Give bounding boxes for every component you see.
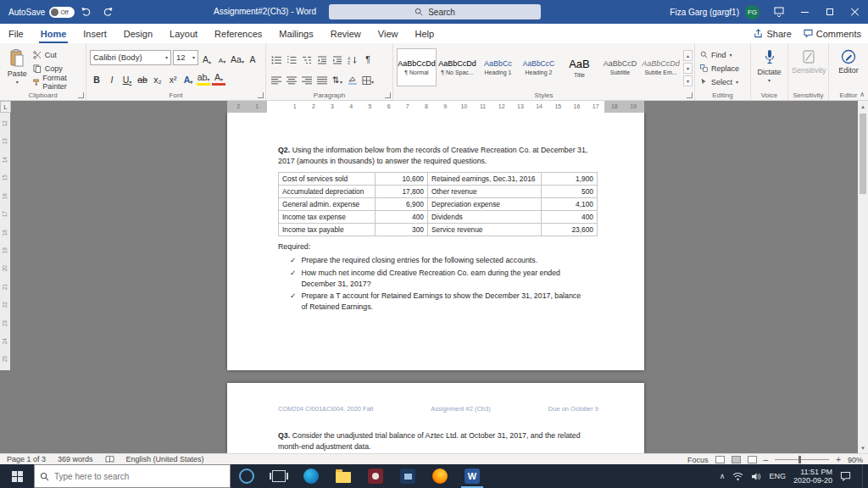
clear-formatting-button[interactable]: A [246, 50, 259, 65]
cut-button[interactable]: Cut [31, 48, 82, 61]
horizontal-ruler[interactable]: 2112345678910111213141516171819 [227, 101, 644, 113]
autosave-switch[interactable]: Off [49, 7, 75, 18]
language-indicator[interactable]: English (United States) [126, 455, 204, 463]
print-layout-button[interactable] [732, 456, 741, 463]
page-indicator[interactable]: Page 1 of 3 [7, 455, 46, 463]
subscript-button[interactable]: x₂ [151, 70, 164, 86]
style-heading-1[interactable]: AaBbCcHeading 1 [478, 48, 518, 86]
replace-button[interactable]: Replace [698, 62, 741, 75]
redo-button[interactable] [97, 0, 119, 24]
change-case-button[interactable]: Aa▾ [231, 50, 244, 65]
zoom-level[interactable]: 90% [848, 456, 863, 464]
zoom-slider[interactable] [775, 459, 829, 460]
action-center-icon[interactable] [840, 471, 851, 481]
font-name-combobox[interactable]: Calibri (Body)▾ [90, 50, 171, 65]
word-count[interactable]: 369 words [58, 455, 93, 463]
style-title[interactable]: AaBTitle [559, 48, 599, 86]
styles-scroll-down-button[interactable]: ▾ [683, 63, 693, 74]
minimize-button[interactable] [792, 0, 817, 24]
taskbar-search-input[interactable] [54, 472, 207, 481]
document-page-2[interactable]: COM204 CI001&CI004, 2020 Fall Assignment… [227, 383, 644, 453]
borders-button[interactable]: ▾ [361, 70, 375, 86]
autosave-toggle[interactable]: AutoSave Off [8, 7, 75, 18]
align-center-button[interactable] [285, 70, 298, 86]
tab-file[interactable]: File [0, 24, 32, 43]
cortana-button[interactable] [231, 464, 263, 488]
network-icon[interactable] [732, 472, 743, 481]
multilevel-list-button[interactable] [300, 50, 314, 65]
tab-view[interactable]: View [370, 24, 407, 43]
find-button[interactable]: Find ▾ [698, 48, 741, 61]
styles-scroll-up-button[interactable]: ▴ [683, 50, 693, 61]
shading-button[interactable] [346, 70, 359, 86]
vertical-ruler[interactable]: 1213141516171819202122232425 [0, 113, 10, 370]
edge-browser-button[interactable] [295, 464, 327, 488]
restore-button[interactable] [817, 0, 843, 24]
document-page-1[interactable]: Q2. Using the information below from the… [227, 113, 644, 370]
highlight-button[interactable]: ab▾ [197, 70, 210, 86]
bold-button[interactable]: B [90, 70, 103, 86]
style-normal[interactable]: AaBbCcDd¶ Normal [397, 48, 437, 86]
tab-layout[interactable]: Layout [161, 24, 206, 43]
tab-insert[interactable]: Insert [75, 24, 115, 43]
decrease-indent-button[interactable] [315, 50, 329, 65]
justify-button[interactable] [315, 70, 329, 86]
italic-button[interactable]: I [105, 70, 119, 86]
underline-button[interactable]: U▾ [120, 70, 134, 86]
input-language-indicator[interactable]: ENG [769, 472, 786, 480]
clock[interactable]: 11:51 PM 2020-09-20 [793, 468, 832, 485]
show-desktop-button[interactable] [862, 464, 865, 488]
dictate-button[interactable]: Dictate ▾ [754, 47, 784, 88]
user-avatar[interactable]: FG [745, 5, 760, 19]
shrink-font-button[interactable]: A▾ [215, 50, 229, 65]
scrollbar-thumb[interactable] [860, 114, 866, 194]
tab-review[interactable]: Review [322, 24, 370, 43]
superscript-button[interactable]: x² [166, 70, 180, 86]
style-no-spacing[interactable]: AaBbCcDd¶ No Spac... [437, 48, 477, 86]
collapse-ribbon-button[interactable]: ∧ [860, 91, 865, 98]
tab-design[interactable]: Design [115, 24, 161, 43]
tab-home[interactable]: Home [32, 24, 75, 43]
zoom-slider-thumb[interactable] [798, 456, 801, 463]
align-right-button[interactable] [300, 70, 314, 86]
taskbar-search[interactable] [34, 464, 231, 488]
font-size-combobox[interactable]: 12▾ [173, 50, 198, 65]
font-color-button[interactable]: A▾ [212, 70, 225, 86]
style-heading-2[interactable]: AaBbCcCHeading 2 [519, 48, 559, 86]
text-effects-button[interactable]: A▾ [181, 70, 195, 86]
task-view-button[interactable] [263, 464, 295, 488]
proofing-icon[interactable] [105, 456, 114, 463]
word-taskbar-button[interactable]: W [456, 464, 488, 488]
search-box[interactable]: Search [329, 4, 541, 19]
focus-mode-button[interactable]: Focus [687, 456, 709, 464]
bullets-button[interactable] [270, 50, 283, 65]
scroll-down-arrow[interactable]: ▼ [858, 442, 868, 453]
style-subtle-emphasis[interactable]: AaBbCcDdSubtle Em... [641, 48, 681, 86]
tray-expand-button[interactable]: ∧ [720, 472, 726, 480]
accounts-table[interactable]: Cost of services sold10,600Retained earn… [278, 172, 598, 236]
tab-stop-selector[interactable]: L [0, 101, 11, 113]
increase-indent-button[interactable] [331, 50, 344, 65]
editor-button[interactable]: Editor [832, 47, 865, 88]
close-button[interactable] [843, 0, 868, 24]
zoom-in-button[interactable]: + [836, 456, 841, 464]
format-painter-button[interactable]: Format Painter [31, 75, 82, 88]
select-button[interactable]: Select ▾ [698, 75, 741, 88]
sort-button[interactable]: AZ [346, 50, 359, 65]
file-explorer-button[interactable] [327, 464, 359, 488]
sensitivity-button[interactable]: Sensitivity [792, 47, 826, 88]
vertical-scrollbar[interactable]: ▲ ▼ [858, 101, 868, 453]
app-navy-button[interactable] [392, 464, 424, 488]
volume-icon[interactable] [751, 472, 761, 481]
styles-more-button[interactable]: ▾ [683, 75, 693, 86]
web-layout-button[interactable] [748, 456, 757, 463]
comments-button[interactable]: Comments [804, 29, 861, 39]
share-button[interactable]: Share [754, 29, 791, 39]
paste-button[interactable]: Paste ▾ [3, 47, 31, 88]
ribbon-display-options-button[interactable] [766, 0, 792, 24]
start-button[interactable] [0, 464, 34, 488]
zoom-out-button[interactable]: – [764, 456, 769, 464]
line-spacing-button[interactable]: ⇅▾ [331, 70, 344, 86]
style-subtitle[interactable]: AaBbCcDSubtitle [600, 48, 640, 86]
scroll-up-arrow[interactable]: ▲ [858, 101, 868, 112]
